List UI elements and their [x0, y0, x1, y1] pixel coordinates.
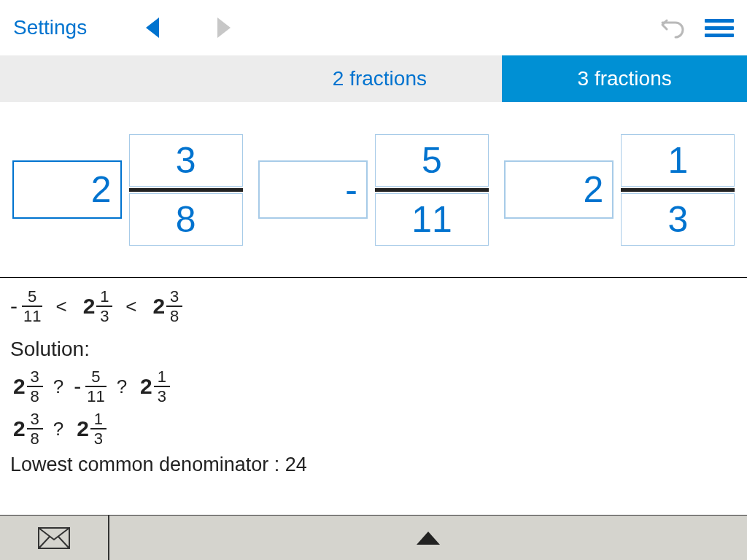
denominator-input-2[interactable]: 11 [375, 193, 489, 246]
numerator: 1 [93, 411, 104, 427]
term: 2 3 8 [10, 368, 43, 405]
numerator: 5 [26, 288, 38, 305]
denominator: 11 [22, 308, 42, 324]
whole: 2 [140, 374, 152, 399]
lcd-label: Lowest common denominator : [10, 454, 285, 475]
fraction: 3 8 [27, 411, 43, 447]
fraction: 5 11 [22, 288, 42, 324]
numerator-input-3[interactable]: 1 [621, 134, 735, 187]
fraction: 1 3 [90, 411, 107, 447]
denominator-input-3[interactable]: 3 [621, 193, 735, 246]
next-arrow-icon[interactable] [217, 18, 231, 38]
numerator: 5 [90, 368, 101, 385]
numerator: 1 [98, 288, 110, 305]
fraction-bar-icon [129, 188, 243, 192]
header-right [659, 16, 734, 39]
lcd-line: Lowest common denominator : 24 [10, 454, 737, 476]
denominator: 11 [85, 388, 106, 405]
fraction-input-2: - 5 11 [258, 134, 489, 246]
sign: - [74, 374, 81, 399]
expand-button[interactable] [109, 516, 747, 560]
numerator: 3 [29, 368, 41, 385]
fraction-stack-1: 3 8 [129, 134, 243, 246]
compare-op: ? [53, 418, 63, 440]
result-row: - 5 11 < 2 1 3 < 2 3 8 [10, 288, 737, 324]
denominator: 8 [29, 430, 41, 447]
denominator: 3 [156, 388, 168, 405]
undo-icon[interactable] [659, 16, 686, 39]
whole: 2 [13, 416, 26, 441]
tab-spacer [0, 55, 258, 102]
fraction-bar-icon [621, 188, 735, 192]
numerator: 1 [156, 368, 168, 385]
fraction: 3 8 [27, 368, 43, 405]
nav-arrows [146, 18, 231, 38]
app-header: Settings [0, 0, 747, 55]
whole: 2 [13, 374, 26, 399]
denominator-input-1[interactable]: 8 [129, 193, 243, 246]
solution-line-2: 2 3 8 ? 2 1 3 [10, 411, 737, 447]
prev-arrow-icon[interactable] [146, 18, 159, 38]
mail-icon [38, 527, 70, 549]
fraction: 1 3 [96, 288, 112, 324]
fraction-input-3: 2 1 3 [504, 134, 735, 246]
fraction-stack-3: 1 3 [621, 134, 735, 246]
mail-button[interactable] [0, 516, 109, 560]
settings-link[interactable]: Settings [13, 16, 87, 39]
fraction-bar-icon [375, 188, 489, 192]
denominator: 3 [93, 430, 104, 447]
fraction: 5 11 [85, 368, 106, 405]
lcd-value: 24 [285, 454, 307, 475]
whole: 2 [77, 416, 89, 441]
bottom-bar [0, 515, 747, 560]
fraction: 3 8 [166, 288, 182, 324]
result-term-1: - 5 11 [10, 288, 42, 324]
whole-input-3[interactable]: 2 [504, 160, 614, 219]
menu-icon[interactable] [705, 19, 734, 37]
numerator-input-1[interactable]: 3 [129, 134, 243, 187]
term: 2 1 3 [137, 368, 170, 405]
compare-op: < [55, 295, 66, 318]
fraction-stack-2: 5 11 [375, 134, 489, 246]
term: 2 1 3 [74, 411, 107, 447]
result-term-2: 2 1 3 [80, 288, 113, 324]
chevron-up-icon [417, 532, 440, 545]
solution-label: Solution: [10, 338, 737, 361]
term: 2 3 8 [10, 411, 43, 447]
whole: 2 [83, 294, 96, 319]
compare-op: ? [53, 376, 63, 398]
solution-area: - 5 11 < 2 1 3 < 2 3 8 [0, 278, 747, 476]
compare-op: ? [117, 376, 127, 398]
compare-op: < [125, 295, 136, 318]
solution-line-1: 2 3 8 ? - 5 11 ? 2 1 3 [10, 368, 737, 405]
denominator: 8 [29, 388, 41, 405]
sign: - [10, 294, 18, 319]
term: - 5 11 [74, 368, 106, 405]
denominator: 3 [98, 308, 110, 324]
denominator: 8 [169, 308, 180, 324]
tab-3-fractions[interactable]: 3 fractions [502, 55, 747, 102]
fraction: 1 3 [154, 368, 170, 405]
fraction-input-area: 2 3 8 - 5 11 2 1 3 [0, 102, 747, 277]
tab-bar: 2 fractions 3 fractions [0, 55, 747, 102]
tab-2-fractions[interactable]: 2 fractions [258, 55, 503, 102]
whole-input-1[interactable]: 2 [12, 160, 122, 219]
numerator-input-2[interactable]: 5 [375, 134, 489, 187]
numerator: 3 [29, 411, 41, 427]
fraction-input-1: 2 3 8 [12, 134, 243, 246]
numerator: 3 [169, 288, 180, 305]
whole: 2 [153, 294, 166, 319]
whole-input-2[interactable]: - [258, 160, 368, 219]
result-term-3: 2 3 8 [150, 288, 183, 324]
